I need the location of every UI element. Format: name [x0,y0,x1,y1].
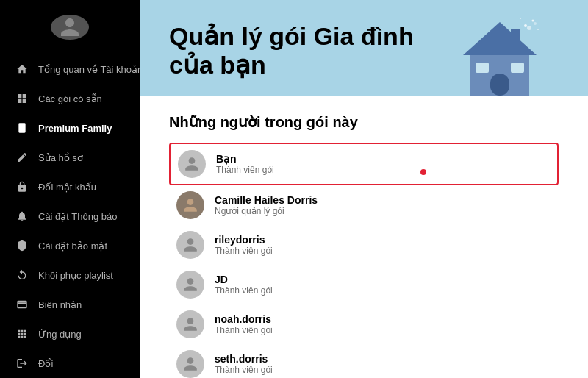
lock2-icon [15,238,29,253]
member-info-jd: JD Thành viên gói [215,274,273,296]
sidebar-item-notifications[interactable]: Cài đặt Thông báo [0,202,140,231]
member-info-riley: rileydorris Thành viên gói [215,234,273,256]
sidebar-item-apps[interactable]: Ứng dụng [0,319,140,349]
svg-rect-9 [511,63,524,73]
member-name-riley: rileydorris [215,234,273,246]
member-item-riley[interactable]: rileydorris Thành viên gói [169,225,559,265]
svg-point-12 [534,22,537,25]
sidebar-item-logout[interactable]: Đổi [0,349,140,378]
svg-point-11 [527,26,531,30]
member-item-camille[interactable]: Camille Hailes Dorris Người quản lý gói [169,185,559,225]
member-avatar-jd [176,271,204,299]
pencil-icon [15,150,29,165]
avatar [51,15,89,40]
member-item-seth[interactable]: seth.dorris Thành viên gói [169,344,559,378]
svg-rect-10 [511,29,520,48]
sidebar-item-change-password[interactable]: Đổi mật khẩu [0,172,140,202]
member-item-noah[interactable]: noah.dorris Thành viên gói [169,304,559,344]
house-illustration [456,15,544,96]
svg-rect-7 [490,74,509,96]
member-role-ban: Thành viên gói [216,165,274,175]
receipt-icon [15,297,29,312]
member-name-jd: JD [215,274,273,285]
member-role-noah: Thành viên gói [215,325,273,335]
hero-banner: Quản lý gói Gia đình của bạn [140,0,588,96]
member-role-seth: Thành viên gói [215,365,273,375]
member-name-seth: seth.dorris [215,353,273,365]
lock-icon [15,179,29,194]
page-title: Quản lý gói Gia đình của bạn [169,22,434,79]
apps-icon [15,327,29,341]
recover-icon [15,268,29,282]
member-info-seth: seth.dorris Thành viên gói [215,353,273,375]
member-info-noah: noah.dorris Thành viên gói [215,313,273,335]
member-name-ban: Bạn [216,153,274,165]
svg-point-4 [537,29,539,30]
sidebar-item-overview[interactable]: Tổng quan về Tài khoản [0,54,140,84]
sidebar-item-plans[interactable]: Các gói có sẵn [0,84,140,113]
bell-icon [15,209,29,224]
member-avatar-noah [176,310,204,338]
logout-icon [15,356,29,371]
member-info-camille: Camille Hailes Dorris Người quản lý gói [215,194,318,216]
member-avatar-riley [176,231,204,259]
member-avatar-camille [176,191,204,219]
member-item-jd[interactable]: JD Thành viên gói [169,265,559,304]
red-dot-indicator [420,169,426,175]
member-name-noah: noah.dorris [215,313,273,325]
device-icon [15,121,29,135]
member-item-ban[interactable]: Bạn Thành viên gói [169,143,559,185]
grid-icon [15,91,29,106]
home-icon [15,62,29,76]
svg-point-1 [524,24,527,27]
member-info-ban: Bạn Thành viên gói [216,153,274,175]
member-role-jd: Thành viên gói [215,285,273,296]
member-name-camille: Camille Hailes Dorris [215,194,318,206]
sidebar-item-receipts[interactable]: Biên nhận [0,290,140,319]
sidebar-item-recover[interactable]: Khôi phục playlist [0,260,140,290]
svg-point-3 [520,18,521,19]
sidebar-item-edit-profile[interactable]: Sửa hồ sơ [0,143,140,172]
members-section-title: Những người trong gói này [169,113,559,131]
member-avatar-ban [178,150,206,178]
sidebar-nav: Tổng quan về Tài khoản Các gói có sẵn Pr… [0,54,140,378]
sidebar-item-privacy[interactable]: Cài đặt bảo mật [0,231,140,260]
content-area: Những người trong gói này Bạn Thành viên… [140,96,588,378]
member-list: Bạn Thành viên gói Camille Hailes Dorris… [169,143,559,378]
member-avatar-seth [176,350,204,378]
member-role-camille: Người quản lý gói [215,206,318,216]
svg-rect-0 [18,123,25,132]
svg-rect-8 [476,63,489,73]
sidebar-item-premium-family[interactable]: Premium Family [0,113,140,143]
member-role-riley: Thành viên gói [215,246,273,256]
svg-point-2 [532,20,534,22]
main-content: Quản lý gói Gia đình của bạn Nh [140,0,588,378]
sidebar: Tổng quan về Tài khoản Các gói có sẵn Pr… [0,0,140,378]
